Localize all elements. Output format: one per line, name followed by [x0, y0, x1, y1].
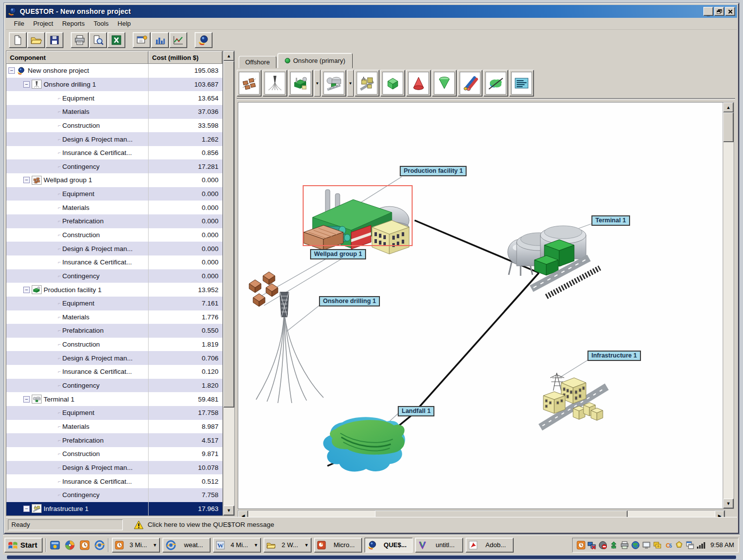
open-project-button[interactable]	[27, 32, 45, 48]
diagram-label-infrastructure-1[interactable]: Infrastructure 1	[587, 351, 641, 361]
tree-row-construction[interactable]: ⌐Construction1.819	[6, 338, 222, 352]
tree-row-materials[interactable]: ⌐Materials0.000	[6, 201, 222, 214]
report-tool-button[interactable]	[509, 70, 534, 97]
project-properties-button[interactable]	[133, 32, 151, 48]
diagram-label-wellpad-group-1[interactable]: Wellpad group 1	[310, 249, 366, 259]
tree-row-materials[interactable]: ⌐Materials8.987	[6, 420, 222, 434]
landfall-graphic[interactable]	[323, 417, 405, 471]
print-button[interactable]	[71, 32, 89, 48]
menu-help[interactable]: Help	[113, 18, 135, 29]
collapse-icon[interactable]: −	[23, 396, 30, 403]
start-button[interactable]: Start	[4, 538, 43, 553]
tree-row-prefabrication[interactable]: ⌐Prefabrication4.517	[6, 433, 222, 447]
tree-row-terminal-1[interactable]: −Terminal 159.481	[6, 392, 222, 406]
tree-row-design-project-man[interactable]: ⌐Design & Project man...0.706	[6, 351, 222, 365]
pipeline-tool-button[interactable]	[458, 70, 482, 97]
taskbar-button-adob[interactable]: Adob...	[466, 538, 514, 553]
tab-onshore-primary[interactable]: Onshore (primary)	[277, 53, 353, 68]
onshore-drilling-tool-button[interactable]	[263, 70, 287, 97]
questor-globe-button[interactable]	[195, 32, 212, 48]
collapse-icon[interactable]: −	[23, 81, 30, 88]
taskbar-button-2-w[interactable]: 2 W...▼	[264, 538, 312, 553]
terminal-graphic[interactable]	[508, 226, 600, 297]
tree-row-insurance-certificat[interactable]: ⌐Insurance & Certificat...0.120	[6, 365, 222, 379]
column-header-cost[interactable]: Cost (million $)	[149, 51, 222, 63]
taskbar-button-micro[interactable]: Micro...	[314, 538, 362, 553]
tree-row-materials[interactable]: ⌐Materials1.776	[6, 310, 222, 324]
tree-row-contingency[interactable]: ⌐Contingency7.758	[6, 488, 222, 502]
internet-explorer-icon[interactable]	[94, 540, 105, 551]
onshore-drilling-graphic[interactable]	[256, 292, 323, 403]
taskbar-button-que$[interactable]: QUE$...	[365, 538, 413, 553]
infrastructure-tool-button[interactable]	[355, 70, 379, 97]
tree-row-onshore-drilling-1[interactable]: −Onshore drilling 1103.687	[6, 78, 222, 92]
tree-row-equipment[interactable]: ⌐Equipment0.000	[6, 187, 222, 201]
terminal-tool-button[interactable]	[321, 70, 346, 97]
taskbar-button-untitl[interactable]: untitl...	[415, 538, 463, 553]
tree-row-equipment[interactable]: ⌐Equipment7.161	[6, 297, 222, 310]
tree-row-wellpad-group-1[interactable]: −Wellpad group 10.000	[6, 173, 222, 187]
production-facility-tool-button[interactable]	[288, 70, 313, 97]
app-window-icon[interactable]	[50, 540, 60, 551]
tree-row-insurance-certificat[interactable]: ⌐Insurance & Certificat...0.856	[6, 146, 222, 160]
dropdown-caret-icon[interactable]: ▼	[304, 543, 309, 548]
close-button[interactable]	[725, 7, 735, 16]
diagram-label-production-facility-1[interactable]: Production facility 1	[400, 166, 467, 176]
tree-row-infrastructure-1[interactable]: −Infrastructure 117.963	[6, 502, 222, 516]
print-preview-button[interactable]	[89, 32, 107, 48]
taskbar-button-4-mi[interactable]: W4 Mi...▼	[213, 538, 261, 553]
minimize-button[interactable]: _	[703, 7, 713, 16]
production-facility-tool-dropdown-button[interactable]: ▼	[314, 70, 320, 97]
display-tray-icon[interactable]	[642, 541, 651, 550]
new-document-button[interactable]	[9, 32, 27, 48]
wellpad-group-graphic[interactable]	[249, 272, 278, 306]
block-station-tool-button[interactable]	[380, 70, 405, 97]
scheduler-icon[interactable]	[79, 540, 90, 551]
tree-row-insurance-certificat[interactable]: ⌐Insurance & Certificat...0.512	[6, 474, 222, 488]
production-facility-graphic[interactable]	[303, 186, 412, 254]
canvas-vertical-scrollbar[interactable]: ▲ ▼	[723, 102, 734, 509]
badge-tray-icon[interactable]	[675, 541, 684, 550]
tree-row-construction[interactable]: ⌐Construction33.598	[6, 119, 222, 133]
tree-row-construction[interactable]: ⌐Construction9.871	[6, 447, 222, 461]
collapse-icon[interactable]: −	[23, 287, 30, 293]
diagram-canvas[interactable]: Production facility 1Terminal 1Wellpad g…	[238, 102, 725, 509]
tree-row-equipment[interactable]: ⌐Equipment13.654	[6, 91, 222, 105]
diagram-label-landfall-1[interactable]: Landfall 1	[398, 406, 434, 416]
taskbar-button-weat[interactable]: weat...	[162, 538, 211, 553]
scheduler-tray-icon[interactable]	[577, 541, 585, 550]
menu-reports[interactable]: Reports	[58, 18, 89, 29]
tree-row-design-project-man[interactable]: ⌐Design & Project man...1.262	[6, 132, 222, 146]
tab-offshore[interactable]: Offshore	[239, 56, 276, 68]
tree-row-insurance-certificat[interactable]: ⌐Insurance & Certificat...0.000	[6, 255, 222, 269]
column-header-component[interactable]: Component	[6, 51, 149, 63]
media-player-icon[interactable]	[64, 540, 75, 551]
tree-row-prefabrication[interactable]: ⌐Prefabrication0.000	[6, 214, 222, 228]
corel-tray-icon[interactable]: C5	[664, 541, 673, 550]
cone-tool-button[interactable]	[406, 70, 431, 97]
title-bar[interactable]: QUE$TOR - New onshore project _	[6, 5, 737, 18]
diagram-label-terminal-1[interactable]: Terminal 1	[591, 215, 630, 226]
tree-row-prefabrication[interactable]: ⌐Prefabrication0.550	[6, 324, 222, 338]
print-tray-icon[interactable]	[620, 541, 629, 550]
taskbar-button-3-mi[interactable]: 3 Mi...▼	[112, 538, 160, 553]
terminal-tool-dropdown-button[interactable]: ▼	[347, 70, 354, 97]
menu-tools[interactable]: Tools	[90, 18, 112, 29]
export-excel-button[interactable]	[107, 32, 125, 48]
signal-tray-icon[interactable]	[696, 541, 705, 550]
tree-row-construction[interactable]: ⌐Construction0.000	[6, 228, 222, 242]
menu-project[interactable]: Project	[29, 18, 57, 29]
landfall-tool-button[interactable]	[483, 70, 508, 97]
tree-row-new-onshore-project[interactable]: −New onshore project195.083	[6, 64, 222, 78]
tree-scroll-thumb[interactable]	[223, 61, 234, 407]
scroll-down-icon[interactable]: ▼	[223, 506, 234, 515]
bar-chart-button[interactable]	[151, 32, 169, 48]
tree-row-contingency[interactable]: ⌐Contingency17.281	[6, 159, 222, 173]
dropdown-caret-icon[interactable]: ▼	[254, 543, 258, 548]
canvas-vscroll-thumb[interactable]	[723, 112, 734, 142]
tree-row-contingency[interactable]: ⌐Contingency1.820	[6, 379, 222, 393]
network-offline-tray-icon[interactable]	[587, 541, 596, 550]
sync-tray-icon[interactable]	[609, 541, 618, 550]
collapse-icon[interactable]: −	[23, 506, 30, 512]
tree-row-design-project-man[interactable]: ⌐Design & Project man...0.000	[6, 242, 222, 255]
